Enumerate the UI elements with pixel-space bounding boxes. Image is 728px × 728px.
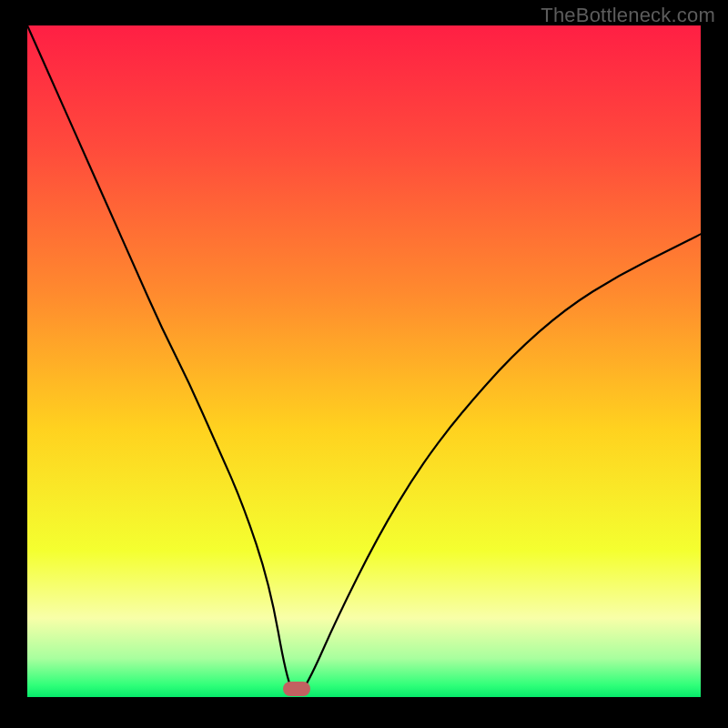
gradient-background bbox=[27, 25, 701, 699]
watermark-text: TheBottleneck.com bbox=[541, 4, 715, 27]
plot-area bbox=[27, 25, 701, 699]
chart-frame: TheBottleneck.com bbox=[0, 0, 728, 728]
optimum-marker bbox=[283, 682, 310, 696]
plot-svg bbox=[27, 25, 701, 699]
